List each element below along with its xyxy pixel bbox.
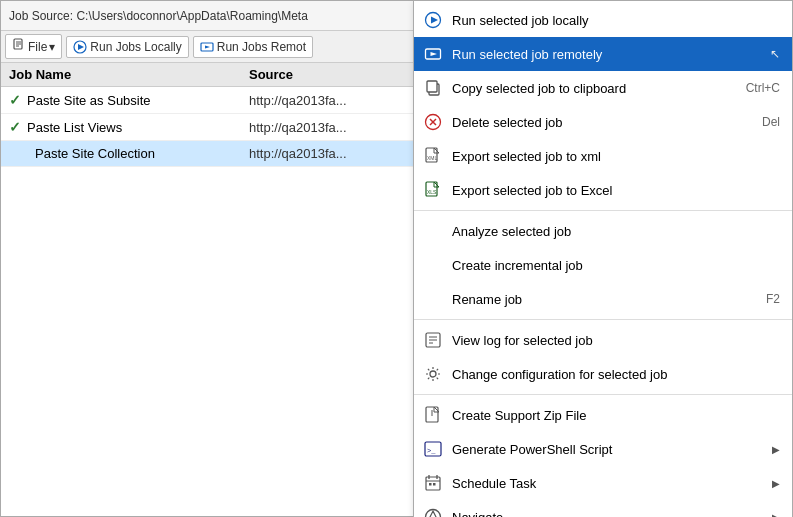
menu-divider — [414, 319, 792, 320]
menu-label: Rename job — [452, 292, 758, 307]
export-xml-icon: XML — [422, 145, 444, 167]
svg-marker-9 — [431, 17, 438, 24]
file-label: File — [28, 40, 47, 54]
file-button[interactable]: File ▾ — [5, 34, 62, 59]
menu-label: Run selected job remotely — [452, 47, 742, 62]
menu-item-schedule[interactable]: Schedule Task ▶ — [414, 466, 792, 500]
run-remote-label: Run Jobs Remot — [217, 40, 306, 54]
svg-point-25 — [430, 371, 436, 377]
file-icon — [12, 38, 26, 55]
svg-marker-39 — [427, 511, 439, 517]
row-name: ✓ Paste List Views — [9, 119, 249, 135]
row-source: http://qa2013fa... — [249, 120, 406, 135]
submenu-arrow: ▶ — [772, 512, 780, 518]
context-menu: Run selected job locally Run selected jo… — [413, 0, 793, 517]
analyze-icon — [422, 220, 444, 242]
menu-label: Navigate — [452, 510, 760, 518]
svg-rect-13 — [427, 81, 437, 92]
run-local-label: Run Jobs Locally — [90, 40, 181, 54]
run-local-button[interactable]: Run Jobs Locally — [66, 36, 188, 58]
table-row-selected[interactable]: Paste Site Collection http://qa2013fa... — [1, 141, 414, 167]
menu-label: Delete selected job — [452, 115, 754, 130]
row-source: http://qa2013fa... — [249, 146, 406, 161]
check-icon: ✓ — [9, 119, 21, 135]
row-source: http://qa2013fa... — [249, 93, 406, 108]
menu-divider — [414, 394, 792, 395]
table-row[interactable]: ✓ Paste List Views http://qa2013fa... — [1, 114, 414, 141]
menu-item-copy[interactable]: Copy selected job to clipboard Ctrl+C — [414, 71, 792, 105]
menu-label: Run selected job locally — [452, 13, 780, 28]
shortcut: Ctrl+C — [746, 81, 780, 95]
run-remote-button[interactable]: Run Jobs Remot — [193, 36, 313, 58]
shortcut: Del — [762, 115, 780, 129]
menu-item-analyze[interactable]: Analyze selected job — [414, 214, 792, 248]
menu-item-support-zip[interactable]: Create Support Zip File — [414, 398, 792, 432]
navigate-icon — [422, 506, 444, 517]
submenu-arrow: ▶ — [772, 444, 780, 455]
shortcut: F2 — [766, 292, 780, 306]
config-icon — [422, 363, 444, 385]
menu-label: Change configuration for selected job — [452, 367, 780, 382]
menu-label: Create incremental job — [452, 258, 780, 273]
submenu-arrow: ▶ — [772, 478, 780, 489]
run-remote-menu-icon — [422, 43, 444, 65]
job-source-path: C:\Users\doconnor\AppData\Roaming\Meta — [76, 9, 307, 23]
menu-label: Schedule Task — [452, 476, 760, 491]
cursor-icon: ↖ — [770, 47, 780, 61]
check-icon: ✓ — [9, 92, 21, 108]
col-job-name: Job Name — [9, 67, 249, 82]
menu-item-incremental[interactable]: Create incremental job — [414, 248, 792, 282]
menu-label: Export selected job to xml — [452, 149, 780, 164]
menu-label: Generate PowerShell Script — [452, 442, 760, 457]
view-log-icon — [422, 329, 444, 351]
rename-icon — [422, 288, 444, 310]
run-local-menu-icon — [422, 9, 444, 31]
menu-item-export-excel[interactable]: XLS Export selected job to Excel — [414, 173, 792, 207]
svg-rect-36 — [429, 483, 432, 486]
zip-icon — [422, 404, 444, 426]
menu-item-view-log[interactable]: View log for selected job — [414, 323, 792, 357]
row-name: Paste Site Collection — [9, 146, 249, 161]
menu-item-run-remote[interactable]: Run selected job remotely ↖ — [414, 37, 792, 71]
svg-marker-5 — [78, 44, 84, 50]
job-name: Paste Site as Subsite — [27, 93, 151, 108]
file-dropdown-icon: ▾ — [49, 40, 55, 54]
main-panel: Job Source: C:\Users\doconnor\AppData\Ro… — [0, 0, 415, 517]
svg-text:XLS: XLS — [427, 189, 437, 195]
col-source: Source — [249, 67, 406, 82]
menu-label: Export selected job to Excel — [452, 183, 780, 198]
menu-item-change-config[interactable]: Change configuration for selected job — [414, 357, 792, 391]
schedule-icon — [422, 472, 444, 494]
menu-label: Create Support Zip File — [452, 408, 780, 423]
menu-item-delete[interactable]: Delete selected job Del — [414, 105, 792, 139]
menu-label: View log for selected job — [452, 333, 780, 348]
menu-item-export-xml[interactable]: XML Export selected job to xml — [414, 139, 792, 173]
powershell-icon: >_ — [422, 438, 444, 460]
copy-menu-icon — [422, 77, 444, 99]
incremental-icon — [422, 254, 444, 276]
menu-label: Copy selected job to clipboard — [452, 81, 738, 96]
table-body: ✓ Paste Site as Subsite http://qa2013fa.… — [1, 87, 414, 167]
menu-divider — [414, 210, 792, 211]
menu-item-rename[interactable]: Rename job F2 — [414, 282, 792, 316]
svg-text:XML: XML — [427, 155, 438, 161]
menu-item-powershell[interactable]: >_ Generate PowerShell Script ▶ — [414, 432, 792, 466]
export-excel-icon: XLS — [422, 179, 444, 201]
menu-item-navigate[interactable]: Navigate ▶ — [414, 500, 792, 517]
svg-marker-11 — [431, 52, 438, 56]
table-row[interactable]: ✓ Paste Site as Subsite http://qa2013fa.… — [1, 87, 414, 114]
job-name: Paste Site Collection — [35, 146, 155, 161]
svg-rect-37 — [433, 483, 436, 486]
job-name: Paste List Views — [27, 120, 122, 135]
svg-marker-7 — [205, 45, 210, 48]
delete-menu-icon — [422, 111, 444, 133]
table-header: Job Name Source — [1, 63, 414, 87]
run-remote-icon — [200, 40, 214, 54]
job-source-bar: Job Source: C:\Users\doconnor\AppData\Ro… — [1, 1, 414, 31]
menu-label: Analyze selected job — [452, 224, 780, 239]
toolbar: File ▾ Run Jobs Locally Run Jobs Remot — [1, 31, 414, 63]
row-name: ✓ Paste Site as Subsite — [9, 92, 249, 108]
svg-text:>_: >_ — [427, 447, 436, 455]
run-local-icon — [73, 40, 87, 54]
menu-item-run-local[interactable]: Run selected job locally — [414, 3, 792, 37]
